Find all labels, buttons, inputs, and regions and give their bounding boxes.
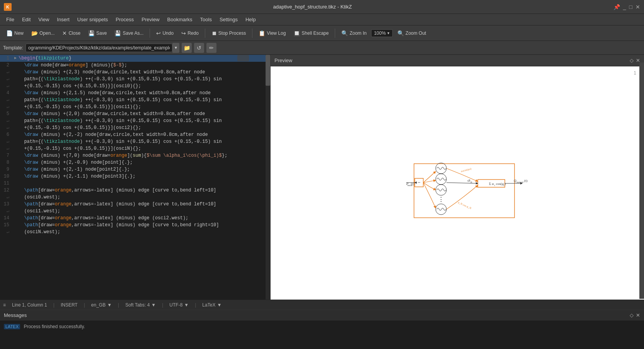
close-button[interactable]: ✕ Close [59, 29, 83, 38]
template-bar: Template: ▼ 📁 ↺ ✏ [0, 41, 644, 55]
line-code-6a: \draw (minus) +(2,-2) node[draw,circle,t… [19, 131, 270, 138]
save-as-label: Save As... [123, 30, 143, 36]
minimize-icon[interactable]: _ [623, 4, 626, 10]
minimap-thumb [237, 55, 249, 61]
open-button[interactable]: 📂 Open... [28, 29, 58, 38]
menu-view[interactable]: View [35, 15, 52, 24]
undo-label: Undo [162, 30, 174, 36]
menu-preview[interactable]: Preview [138, 15, 162, 24]
line-num-6b: ↵ [0, 138, 12, 145]
status-sep-2: | [84, 302, 85, 308]
code-line-10: 10 \draw (minus) +(2,-1.1) node[point3]{… [0, 173, 270, 180]
zoom-out-button[interactable]: 🔍 Zoom Out [394, 29, 429, 38]
line-num-12a: 12 [0, 187, 12, 194]
messages-close-icon[interactable]: ✕ [636, 312, 640, 318]
status-filetype[interactable]: LaTeX ▼ [202, 302, 221, 308]
toolbar-sep-1 [150, 29, 150, 38]
toolbar-sep-2 [205, 29, 205, 38]
editor-scrollbar[interactable] [266, 55, 270, 300]
menu-bookmarks[interactable]: Bookmarks [164, 15, 196, 24]
fold-arrow-7 [12, 152, 19, 159]
line-num-2: 2 [0, 62, 12, 69]
status-lang[interactable]: en_GB ▼ [91, 302, 112, 308]
zoom-in-button[interactable]: 🔍 Zoom In [338, 29, 370, 38]
template-input-wrap: ▼ [26, 43, 179, 53]
shell-icon: 🔲 [293, 30, 300, 36]
svg-text:cos(φ: cos(φ [496, 182, 504, 186]
code-line-8: 8 \draw (minus) +(2,-0.9) node[point]{.}… [0, 159, 270, 166]
messages-header-icons: ◇ ✕ [630, 312, 640, 318]
fold-arrow-12b [12, 194, 19, 201]
line-num-4b: ↵ [0, 97, 12, 103]
main-content: 1 ▶ \begin{tikzpicture} 2 \draw node[dra… [0, 55, 644, 300]
line-code-3b: path={(\tikzlastnode) ++(-0.3,0) sin +(0… [19, 76, 270, 83]
save-as-button[interactable]: 💾 Save As... [111, 29, 147, 38]
close-icon[interactable]: ✕ [635, 4, 640, 10]
pin-icon[interactable]: 📌 [613, 4, 620, 10]
editor-content[interactable]: 1 ▶ \begin{tikzpicture} 2 \draw node[dra… [0, 55, 270, 300]
status-sep-3: | [118, 302, 119, 308]
line-code-15a: \path[draw=orange,arrows=-latex] (minus)… [19, 222, 270, 229]
line-code-14: \path[draw=orange,arrows=-latex] (minus)… [19, 215, 270, 222]
fold-arrow-13b [12, 208, 19, 215]
template-input[interactable] [26, 44, 172, 52]
line-num-6c: ↵ [0, 145, 12, 152]
svg-point-7 [436, 204, 446, 215]
redo-icon: ↪ [181, 30, 186, 36]
menu-file[interactable]: File [3, 15, 17, 24]
status-sep-4: | [162, 302, 163, 308]
status-encoding[interactable]: UTF-8 ▼ [169, 302, 189, 308]
svg-text:Q: Q [514, 179, 516, 183]
fold-arrow-12a [12, 187, 19, 194]
line-num-3c: ↵ [0, 83, 12, 90]
window-controls: 📌 _ □ ✕ [613, 4, 640, 10]
save-button[interactable]: 💾 Save [85, 29, 110, 38]
svg-text:α₀cos(φ₀): α₀cos(φ₀) [460, 167, 472, 173]
line-num-15a: 15 [0, 222, 12, 229]
svg-point-5 [436, 185, 446, 195]
shell-escape-button[interactable]: 🔲 Shell Escape [290, 29, 332, 38]
preview-canvas[interactable]: 1 − ⋮ [271, 66, 644, 300]
template-dropdown-btn[interactable]: ▼ [172, 43, 179, 53]
preview-header-icons: ◇ ✕ [630, 58, 640, 63]
template-label: Template: [3, 45, 23, 51]
code-line-6b: ↵ path={(\tikzlastnode) ++(-0.3,0) sin +… [0, 138, 270, 145]
filetype-dropdown-icon: ▼ [217, 302, 221, 308]
fold-arrow-1[interactable]: ▶ [12, 55, 19, 62]
undo-button[interactable]: ↩ Undo [153, 29, 177, 38]
fold-arrow-4c [12, 103, 19, 110]
preview-pin-icon[interactable]: ◇ [630, 58, 634, 63]
svg-text:(t): (t) [524, 179, 528, 183]
new-button[interactable]: 📄 New [3, 29, 27, 38]
filetype-text: LaTeX [202, 302, 215, 308]
svg-text:Σ α: Σ α [489, 182, 494, 186]
view-log-button[interactable]: 📋 View Log [256, 29, 289, 38]
template-edit-btn[interactable]: ✏ [206, 43, 216, 53]
zoom-value-display[interactable]: 100% ▼ [371, 29, 393, 37]
menu-process[interactable]: Process [112, 15, 137, 24]
menu-user-snippets[interactable]: User snippets [74, 15, 111, 24]
menu-settings[interactable]: Settings [216, 15, 241, 24]
code-line-15a: 15 \path[draw=orange,arrows=-latex] (min… [0, 222, 270, 229]
maximize-icon[interactable]: □ [629, 4, 632, 10]
svg-text:⋮: ⋮ [438, 196, 444, 203]
preview-scrollbar[interactable] [639, 63, 644, 299]
template-folder-btn[interactable]: 📁 [182, 43, 192, 53]
redo-button[interactable]: ↪ Redo [178, 29, 202, 38]
menu-help[interactable]: Help [242, 15, 259, 24]
code-line-6c: ↵ +(0.15,-0.15) cos +(0.15,0.15)}](osciN… [0, 145, 270, 152]
messages-settings-icon[interactable]: ◇ [630, 312, 634, 318]
stop-process-button[interactable]: ⏹ Stop Process [208, 29, 249, 38]
zoom-dropdown-icon: ▼ [387, 31, 390, 35]
line-num-4c: ↵ [0, 103, 12, 110]
menu-edit[interactable]: Edit [19, 15, 34, 24]
menu-insert[interactable]: Insert [54, 15, 73, 24]
toolbar-sep-3 [252, 29, 252, 38]
messages-body: LATEX Process finished successfully. [0, 321, 644, 349]
line-code-13a: \path[draw=orange,arrows=-latex] (minus)… [19, 201, 270, 208]
menu-tools[interactable]: Tools [197, 15, 215, 24]
template-refresh-btn[interactable]: ↺ [194, 43, 204, 53]
fold-arrow-5b [12, 117, 19, 124]
status-tabs[interactable]: Soft Tabs: 4 ▼ [125, 302, 156, 308]
line-num-6a: 6 [0, 131, 12, 138]
